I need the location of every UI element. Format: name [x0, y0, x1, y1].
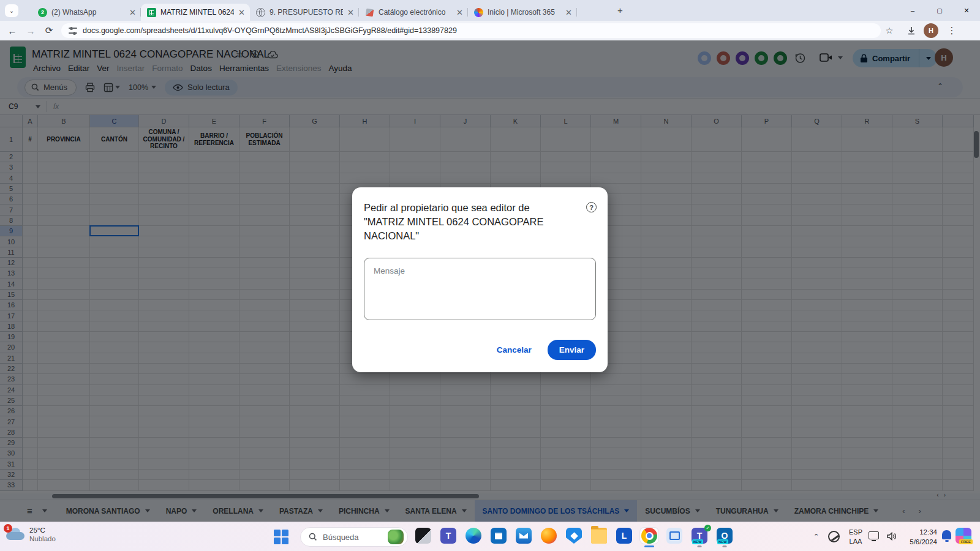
tab-close-icon[interactable]: ✕: [129, 8, 136, 17]
tab-close-icon[interactable]: ✕: [565, 8, 572, 17]
edge-icon[interactable]: [464, 528, 483, 544]
help-icon[interactable]: ?: [586, 202, 597, 212]
teams-icon[interactable]: T: [439, 528, 458, 544]
close-button[interactable]: ✕: [953, 0, 980, 21]
cancel-button[interactable]: Cancelar: [497, 345, 532, 354]
send-button[interactable]: Enviar: [548, 340, 596, 360]
search-icon: [309, 533, 317, 541]
store-icon[interactable]: [489, 528, 508, 544]
url-text: docs.google.com/spreadsheets/d/11xulvq6V…: [83, 26, 457, 35]
download-icon[interactable]: [903, 21, 920, 40]
browser-toolbar: ← → ⟳ docs.google.com/spreadsheets/d/11x…: [0, 21, 980, 40]
weather-widget[interactable]: 1 25°C Nublado: [6, 526, 56, 544]
window-controls: – ▢ ✕: [899, 0, 980, 21]
request-edit-access-dialog: Pedir al propietario que sea editor de "…: [352, 187, 608, 372]
clock[interactable]: 12:34 5/6/2024: [899, 528, 937, 547]
widgets-free-badge: FREE: [959, 539, 973, 544]
shield-browser-icon[interactable]: [565, 528, 583, 544]
tab-title: MATRIZ MINTEL 0624 CONAGO: [160, 8, 234, 17]
task-view-icon[interactable]: [414, 528, 432, 544]
tab-search-icon[interactable]: ⌄: [5, 4, 18, 17]
bookmark-star-icon[interactable]: ☆: [881, 21, 898, 40]
reload-icon[interactable]: ⟳: [40, 21, 58, 40]
new-tab-button[interactable]: +: [617, 5, 623, 15]
back-icon[interactable]: ←: [4, 21, 21, 40]
outlook-new-icon[interactable]: ONEW: [715, 528, 734, 544]
browser-tab[interactable]: 2(2) WhatsApp✕: [32, 4, 141, 21]
globe-favicon: [256, 8, 265, 17]
mail-icon[interactable]: [514, 528, 533, 544]
tab-title: (2) WhatsApp: [51, 8, 125, 17]
date: 5/6/2024: [899, 538, 937, 547]
windows-taskbar: 1 25°C Nublado Búsqueda TLTNEW✓ONEW ⌃ ES…: [0, 522, 980, 551]
browser-tab[interactable]: 9. PRESUPUESTO REFERENCIAL✕: [250, 4, 359, 21]
volume-icon[interactable]: [886, 531, 897, 541]
sheets-favicon: [147, 8, 156, 17]
maximize-button[interactable]: ▢: [926, 0, 953, 21]
m365-favicon: [474, 8, 483, 17]
address-bar[interactable]: docs.google.com/spreadsheets/d/11xulvq6V…: [61, 23, 881, 38]
message-input[interactable]: [364, 258, 596, 320]
tab-title: 9. PRESUPUESTO REFERENCIAL: [270, 8, 343, 17]
tab-close-icon[interactable]: ✕: [347, 8, 354, 17]
desktop: ⌄ 2(2) WhatsApp✕MATRIZ MINTEL 0624 CONAG…: [0, 0, 980, 551]
forward-icon[interactable]: →: [22, 21, 39, 40]
cast-display-icon[interactable]: [869, 531, 879, 539]
search-placeholder: Búsqueda: [323, 533, 359, 542]
start-button[interactable]: [274, 530, 288, 544]
tray-overflow-icon[interactable]: ⌃: [813, 533, 819, 541]
catalog-favicon: [366, 8, 374, 17]
firefox-icon[interactable]: [540, 528, 558, 544]
minimize-button[interactable]: –: [899, 0, 926, 21]
l-app-icon[interactable]: L: [615, 528, 633, 544]
teams-new-icon[interactable]: TNEW✓: [690, 528, 709, 544]
browser-profile-avatar[interactable]: H: [924, 23, 938, 38]
chrome-icon[interactable]: [640, 528, 658, 544]
tab-close-icon[interactable]: ✕: [238, 8, 245, 17]
browser-tab[interactable]: Catálogo electrónico✕: [359, 4, 468, 21]
whatsapp-favicon: 2: [38, 8, 47, 17]
browser-tab[interactable]: Inicio | Microsoft 365✕: [468, 4, 577, 21]
search-highlight-image: [388, 530, 404, 544]
tab-close-icon[interactable]: ✕: [456, 8, 463, 17]
time: 12:34: [899, 528, 937, 538]
browser-tab[interactable]: MATRIZ MINTEL 0624 CONAGO✕: [141, 4, 250, 21]
weather-cloud-icon: 1: [6, 528, 24, 541]
tab-title: Inicio | Microsoft 365: [488, 8, 561, 17]
browser-menu-icon[interactable]: ⋮: [943, 21, 960, 40]
weather-temperature: 25°C: [29, 526, 56, 534]
accessibility-hidden-icon[interactable]: [828, 531, 840, 542]
pc-manager-icon[interactable]: [665, 528, 684, 544]
language-indicator[interactable]: ESP LAA: [849, 528, 862, 546]
notifications-bell-icon[interactable]: [942, 530, 951, 539]
browser-tab-strip: ⌄ 2(2) WhatsApp✕MATRIZ MINTEL 0624 CONAG…: [0, 0, 980, 21]
site-info-icon[interactable]: [69, 28, 77, 34]
tab-title: Catálogo electrónico: [379, 8, 452, 17]
file-explorer-icon[interactable]: [590, 528, 608, 544]
taskbar-search[interactable]: Búsqueda: [300, 527, 408, 547]
dialog-title: Pedir al propietario que sea editor de "…: [364, 201, 566, 243]
weather-condition: Nublado: [29, 534, 56, 543]
